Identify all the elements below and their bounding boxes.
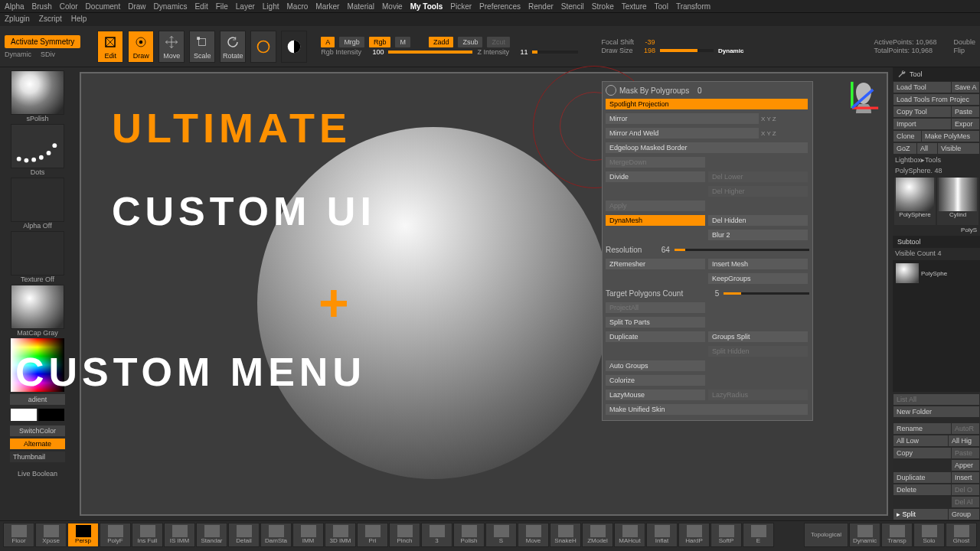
mirror-axes[interactable]: X Y Z: [759, 116, 779, 122]
divide-button[interactable]: Divide: [606, 171, 705, 182]
projectall-button[interactable]: ProjectAll: [606, 302, 705, 313]
colorize-button[interactable]: Colorize: [606, 375, 705, 386]
menu-macro[interactable]: Macro: [287, 2, 309, 11]
duplicate-subtool-button[interactable]: Duplicate: [893, 472, 951, 483]
del-hidden-button[interactable]: Del Hidden: [708, 215, 808, 226]
tool-panel-header[interactable]: Tool: [893, 67, 980, 81]
pri-brush-button[interactable]: Pri: [357, 523, 388, 547]
insfull-button[interactable]: Ins Full: [132, 523, 163, 547]
copy-tool-button[interactable]: Copy Tool: [893, 106, 951, 117]
rotate-mode-button[interactable]: Rotate: [220, 31, 246, 63]
brush-3-button[interactable]: 3: [421, 523, 452, 547]
auto-groups-button[interactable]: Auto Groups: [606, 360, 705, 371]
menu-tool[interactable]: Tool: [655, 2, 668, 11]
mirror-weld-axes[interactable]: X Y Z: [759, 130, 779, 137]
contrast-icon-button[interactable]: [281, 31, 307, 63]
append-button[interactable]: Apper: [952, 460, 979, 471]
a-button[interactable]: A: [321, 37, 335, 47]
mrgb-button[interactable]: Mrgb: [339, 37, 364, 47]
standard-brush-button[interactable]: Standar: [196, 523, 227, 547]
menu-picker[interactable]: Picker: [450, 2, 472, 11]
copy-subtool-button[interactable]: Copy: [893, 448, 951, 458]
hardpolish-brush-button[interactable]: HardP: [678, 523, 710, 547]
camera-head-gizmo[interactable]: [845, 78, 882, 115]
menu-draw[interactable]: Draw: [128, 2, 145, 11]
new-folder-button[interactable]: New Folder: [893, 406, 979, 417]
menu-movie[interactable]: Movie: [382, 2, 403, 11]
floor-button[interactable]: Floor: [3, 523, 34, 547]
goz-visible-button[interactable]: Visible: [938, 143, 979, 154]
insert-subtool-button[interactable]: Insert: [952, 472, 979, 483]
zadd-button[interactable]: Zadd: [429, 37, 454, 47]
snakehook-brush-button[interactable]: SnakeH: [550, 523, 581, 547]
autoreorder-button[interactable]: AutoR: [952, 423, 979, 434]
tool-thumb-cylinder[interactable]: Cylind: [937, 178, 978, 225]
menu-dynamics[interactable]: Dynamics: [154, 2, 188, 11]
z-intensity-slider[interactable]: [532, 51, 578, 54]
menu-material[interactable]: Material: [347, 2, 374, 11]
menu-help[interactable]: Help: [71, 15, 87, 23]
solo-button[interactable]: Solo: [913, 523, 945, 547]
alpha-slot[interactable]: Alpha Off: [9, 178, 66, 230]
blur-button[interactable]: Blur 2: [708, 230, 808, 240]
draw-size-slider[interactable]: [660, 49, 714, 52]
load-from-project-button[interactable]: Load Tools From Projec: [893, 94, 979, 105]
menu-zscript[interactable]: Zscript: [39, 15, 62, 23]
live-boolean-label[interactable]: Live Boolean: [18, 470, 57, 478]
all-high-button[interactable]: All Hig: [949, 435, 979, 446]
move-brush-button[interactable]: Move: [518, 523, 549, 547]
brush-s-button[interactable]: S: [485, 523, 517, 547]
spotlight-projection-button[interactable]: Spotlight Projection: [606, 99, 808, 109]
import-button[interactable]: Import: [893, 119, 951, 129]
texture-slot[interactable]: Texture Off: [9, 231, 66, 283]
apply-button[interactable]: Apply: [606, 201, 705, 211]
save-tool-button[interactable]: Save A: [952, 82, 979, 93]
list-all-button[interactable]: List All: [893, 394, 979, 405]
imm-brush-button[interactable]: IMM: [292, 523, 324, 547]
lazymouse-button[interactable]: LazyMouse: [606, 390, 705, 400]
tool-thumb-polysphere[interactable]: PolySphere: [894, 178, 936, 225]
menu-zplugin[interactable]: Zplugin: [5, 15, 30, 23]
softpolish-brush-button[interactable]: SoftP: [710, 523, 742, 547]
polish-brush-button[interactable]: Polish: [453, 523, 485, 547]
all-low-button[interactable]: All Low: [893, 435, 948, 446]
menu-render[interactable]: Render: [528, 2, 554, 11]
rename-button[interactable]: Rename: [893, 423, 951, 434]
load-tool-button[interactable]: Load Tool: [893, 82, 951, 93]
brush-spolish[interactable]: sPolish: [9, 70, 66, 122]
menu-color[interactable]: Color: [60, 2, 78, 11]
mergedown-button[interactable]: MergeDown: [606, 157, 705, 168]
menu-file[interactable]: File: [216, 2, 228, 11]
paste-subtool-button[interactable]: Paste: [952, 448, 979, 458]
pinch-brush-button[interactable]: Pinch: [389, 523, 420, 547]
scale-mode-button[interactable]: Scale: [189, 31, 215, 63]
menu-stencil[interactable]: Stencil: [561, 2, 584, 11]
inflate-brush-button[interactable]: Inflat: [646, 523, 678, 547]
mirror-button[interactable]: Mirror: [606, 113, 759, 124]
rgb-intensity-slider[interactable]: [388, 51, 472, 54]
damstandard-brush-button[interactable]: DamSta: [260, 523, 292, 547]
paste-tool-button[interactable]: Paste: [952, 106, 979, 117]
del-other-button[interactable]: Del O: [952, 484, 979, 495]
topological-button[interactable]: Topological: [804, 523, 848, 547]
menu-mytools[interactable]: My Tools: [410, 2, 443, 11]
dynamic-toggle[interactable]: Dynamic: [718, 47, 743, 54]
menu-transform[interactable]: Transform: [676, 2, 710, 11]
menu-light[interactable]: Light: [263, 2, 279, 11]
keepgroups-button[interactable]: KeepGroups: [708, 273, 808, 284]
alternate-button[interactable]: Alternate: [10, 439, 65, 449]
del-lower-button[interactable]: Del Lower: [708, 171, 808, 182]
viewport[interactable]: ULTIMATE CUSTOM UI + CUSTOM MENU Mask By…: [80, 72, 888, 516]
export-button[interactable]: Expor: [952, 119, 979, 129]
del-all-button[interactable]: Del Al: [952, 497, 979, 507]
zremesher-button[interactable]: ZRemesher: [606, 259, 705, 269]
dynamic-bottom-button[interactable]: Dynamic: [849, 523, 880, 547]
polyf-button[interactable]: PolyF: [100, 523, 131, 547]
menu-marker[interactable]: Marker: [315, 2, 339, 11]
material-slot[interactable]: MatCap Gray: [9, 285, 66, 337]
activate-symmetry-button[interactable]: Activate Symmetry: [5, 35, 80, 48]
menu-layer[interactable]: Layer: [236, 2, 255, 11]
del-higher-button[interactable]: Del Higher: [708, 186, 808, 197]
menu-preferences[interactable]: Preferences: [479, 2, 521, 11]
ghost-button[interactable]: Ghost: [946, 523, 977, 547]
